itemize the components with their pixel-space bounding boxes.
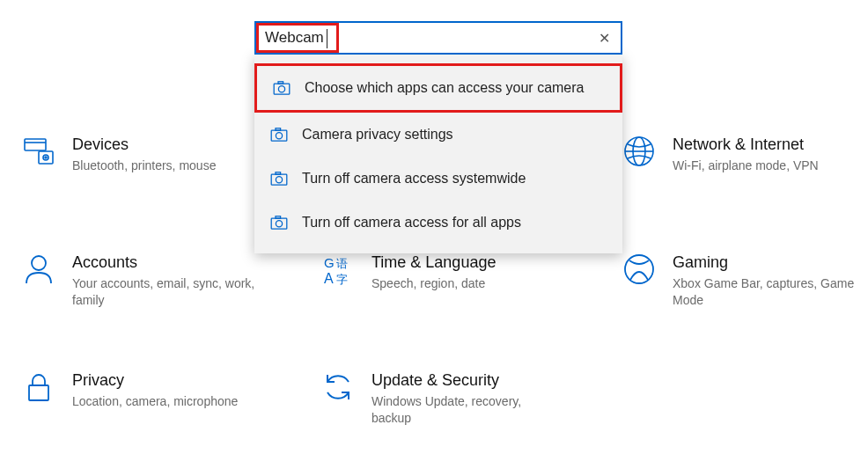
suggestion-label: Choose which apps can access your camera [305, 80, 585, 96]
tile-subtitle: Your accounts, email, sync, work, family [72, 275, 257, 309]
tile-subtitle: Location, camera, microphone [72, 393, 238, 410]
suggestion-item[interactable]: Camera privacy settings [254, 113, 622, 157]
tile-subtitle: Windows Update, recovery, backup [371, 393, 556, 427]
svg-point-1 [278, 86, 284, 92]
svg-rect-16 [39, 151, 53, 164]
tile-network[interactable]: Network & Internet Wi-Fi, airplane mode,… [622, 134, 868, 174]
svg-point-17 [43, 155, 48, 160]
svg-text:G: G [324, 255, 335, 270]
devices-icon [21, 134, 56, 169]
text-cursor [327, 29, 327, 48]
svg-point-22 [32, 256, 46, 270]
tile-title: Privacy [72, 371, 238, 390]
svg-text:字: 字 [336, 273, 348, 286]
xbox-icon [622, 252, 657, 287]
svg-rect-12 [25, 139, 46, 150]
tile-gaming[interactable]: Gaming Xbox Game Bar, captures, Game Mod… [622, 252, 868, 309]
tile-subtitle: Xbox Game Bar, captures, Game Mode [673, 275, 857, 309]
tile-subtitle: Wi-Fi, airplane mode, VPN [673, 157, 819, 174]
tile-subtitle: Speech, region, date [371, 275, 496, 292]
svg-point-7 [276, 177, 282, 183]
tile-update-security[interactable]: Update & Security Windows Update, recove… [320, 370, 585, 427]
tile-accounts[interactable]: Accounts Your accounts, email, sync, wor… [21, 252, 285, 309]
tile-title: Network & Internet [673, 135, 819, 154]
close-icon: ✕ [599, 30, 610, 47]
search-input[interactable] [256, 24, 587, 52]
svg-rect-28 [29, 385, 48, 400]
svg-point-18 [45, 157, 47, 158]
language-icon: G 语 A 字 [320, 252, 356, 287]
svg-rect-8 [276, 172, 281, 174]
suggestion-item[interactable]: Choose which apps can access your camera [254, 63, 622, 113]
tile-title: Gaming [673, 253, 857, 272]
svg-rect-2 [278, 82, 283, 84]
camera-icon [270, 128, 302, 142]
sync-icon [320, 370, 356, 405]
tile-title: Accounts [72, 253, 257, 272]
svg-point-10 [276, 221, 282, 227]
search-suggestions-dropdown: Choose which apps can access your camera… [254, 55, 622, 253]
svg-text:语: 语 [336, 257, 348, 270]
suggestion-label: Turn off camera access for all apps [302, 215, 521, 231]
tile-title: Devices [72, 135, 216, 154]
suggestion-item[interactable]: Turn off camera access systemwide [254, 157, 622, 201]
suggestion-item[interactable]: Turn off camera access for all apps [254, 201, 622, 245]
settings-search-box[interactable]: ✕ [254, 21, 622, 55]
suggestion-label: Camera privacy settings [302, 127, 453, 143]
svg-text:A: A [324, 271, 334, 286]
svg-rect-5 [276, 128, 281, 130]
clear-search-button[interactable]: ✕ [587, 23, 621, 53]
tile-title: Update & Security [371, 371, 556, 390]
svg-point-27 [625, 255, 653, 283]
tile-subtitle: Bluetooth, printers, mouse [72, 157, 216, 174]
lock-icon [21, 370, 56, 405]
tile-time-language[interactable]: G 语 A 字 Time & Language Speech, region, … [320, 252, 585, 292]
suggestion-label: Turn off camera access systemwide [302, 171, 526, 187]
camera-icon [270, 172, 302, 186]
globe-icon [622, 134, 657, 169]
tile-devices[interactable]: Devices Bluetooth, printers, mouse [21, 134, 285, 174]
tile-privacy[interactable]: Privacy Location, camera, microphone [21, 370, 285, 410]
camera-icon [273, 81, 305, 95]
person-icon [21, 252, 56, 287]
svg-rect-11 [276, 216, 281, 218]
tile-title: Time & Language [371, 253, 496, 272]
svg-point-4 [276, 133, 282, 139]
camera-icon [270, 216, 302, 230]
